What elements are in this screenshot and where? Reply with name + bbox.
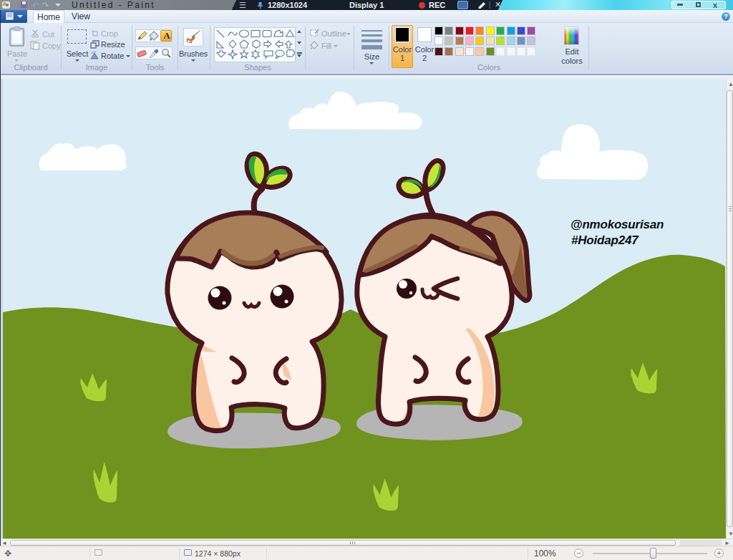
- svg-text:#Hoidap247: #Hoidap247: [571, 233, 639, 247]
- svg-text:@nmokosurisan: @nmokosurisan: [571, 218, 664, 231]
